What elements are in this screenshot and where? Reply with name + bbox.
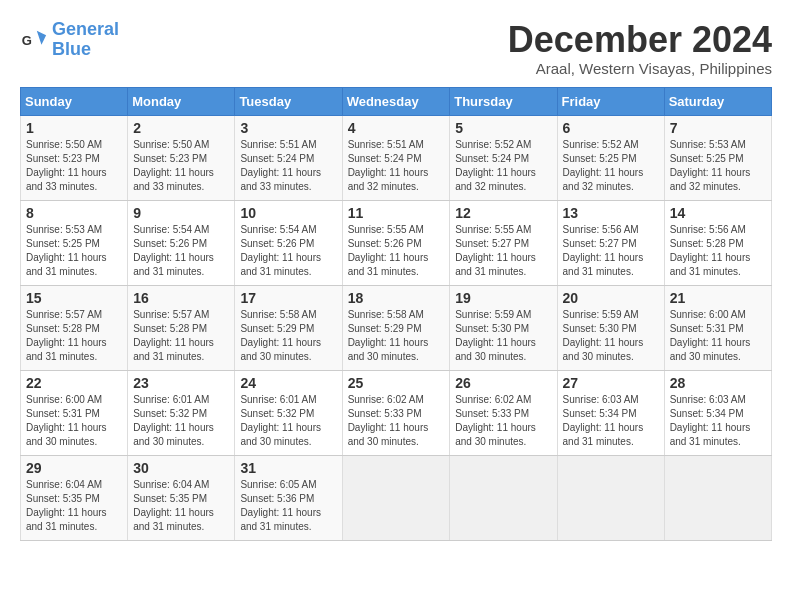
day-info: Sunrise: 5:54 AM Sunset: 5:26 PM Dayligh… xyxy=(240,223,336,279)
calendar-cell: 12 Sunrise: 5:55 AM Sunset: 5:27 PM Dayl… xyxy=(450,200,557,285)
day-number: 21 xyxy=(670,290,766,306)
day-number: 24 xyxy=(240,375,336,391)
week-row-3: 15 Sunrise: 5:57 AM Sunset: 5:28 PM Dayl… xyxy=(21,285,772,370)
day-info: Sunrise: 6:03 AM Sunset: 5:34 PM Dayligh… xyxy=(563,393,659,449)
logo-line1: General xyxy=(52,19,119,39)
calendar-table: SundayMondayTuesdayWednesdayThursdayFrid… xyxy=(20,87,772,541)
day-info: Sunrise: 5:55 AM Sunset: 5:27 PM Dayligh… xyxy=(455,223,551,279)
day-info: Sunrise: 6:01 AM Sunset: 5:32 PM Dayligh… xyxy=(133,393,229,449)
day-number: 26 xyxy=(455,375,551,391)
weekday-header-friday: Friday xyxy=(557,87,664,115)
day-info: Sunrise: 5:57 AM Sunset: 5:28 PM Dayligh… xyxy=(26,308,122,364)
calendar-cell: 21 Sunrise: 6:00 AM Sunset: 5:31 PM Dayl… xyxy=(664,285,771,370)
week-row-5: 29 Sunrise: 6:04 AM Sunset: 5:35 PM Dayl… xyxy=(21,455,772,540)
day-number: 31 xyxy=(240,460,336,476)
day-number: 20 xyxy=(563,290,659,306)
day-number: 9 xyxy=(133,205,229,221)
calendar-cell: 27 Sunrise: 6:03 AM Sunset: 5:34 PM Dayl… xyxy=(557,370,664,455)
day-info: Sunrise: 5:55 AM Sunset: 5:26 PM Dayligh… xyxy=(348,223,445,279)
day-info: Sunrise: 5:58 AM Sunset: 5:29 PM Dayligh… xyxy=(240,308,336,364)
title-block: December 2024 Araal, Western Visayas, Ph… xyxy=(508,20,772,77)
day-info: Sunrise: 5:59 AM Sunset: 5:30 PM Dayligh… xyxy=(563,308,659,364)
day-info: Sunrise: 6:04 AM Sunset: 5:35 PM Dayligh… xyxy=(133,478,229,534)
weekday-header-thursday: Thursday xyxy=(450,87,557,115)
day-number: 18 xyxy=(348,290,445,306)
day-number: 25 xyxy=(348,375,445,391)
day-info: Sunrise: 5:56 AM Sunset: 5:28 PM Dayligh… xyxy=(670,223,766,279)
calendar-cell: 4 Sunrise: 5:51 AM Sunset: 5:24 PM Dayli… xyxy=(342,115,450,200)
calendar-cell: 10 Sunrise: 5:54 AM Sunset: 5:26 PM Dayl… xyxy=(235,200,342,285)
calendar-cell: 16 Sunrise: 5:57 AM Sunset: 5:28 PM Dayl… xyxy=(128,285,235,370)
day-number: 1 xyxy=(26,120,122,136)
calendar-cell: 3 Sunrise: 5:51 AM Sunset: 5:24 PM Dayli… xyxy=(235,115,342,200)
day-info: Sunrise: 5:54 AM Sunset: 5:26 PM Dayligh… xyxy=(133,223,229,279)
day-info: Sunrise: 5:59 AM Sunset: 5:30 PM Dayligh… xyxy=(455,308,551,364)
calendar-cell xyxy=(342,455,450,540)
day-number: 28 xyxy=(670,375,766,391)
day-number: 16 xyxy=(133,290,229,306)
calendar-cell xyxy=(557,455,664,540)
svg-marker-1 xyxy=(37,30,46,44)
calendar-cell: 19 Sunrise: 5:59 AM Sunset: 5:30 PM Dayl… xyxy=(450,285,557,370)
day-number: 27 xyxy=(563,375,659,391)
day-number: 13 xyxy=(563,205,659,221)
day-info: Sunrise: 6:01 AM Sunset: 5:32 PM Dayligh… xyxy=(240,393,336,449)
day-info: Sunrise: 5:53 AM Sunset: 5:25 PM Dayligh… xyxy=(26,223,122,279)
calendar-cell: 8 Sunrise: 5:53 AM Sunset: 5:25 PM Dayli… xyxy=(21,200,128,285)
day-info: Sunrise: 6:03 AM Sunset: 5:34 PM Dayligh… xyxy=(670,393,766,449)
day-info: Sunrise: 6:00 AM Sunset: 5:31 PM Dayligh… xyxy=(26,393,122,449)
week-row-2: 8 Sunrise: 5:53 AM Sunset: 5:25 PM Dayli… xyxy=(21,200,772,285)
weekday-header-sunday: Sunday xyxy=(21,87,128,115)
weekday-header-row: SundayMondayTuesdayWednesdayThursdayFrid… xyxy=(21,87,772,115)
day-info: Sunrise: 6:00 AM Sunset: 5:31 PM Dayligh… xyxy=(670,308,766,364)
weekday-header-wednesday: Wednesday xyxy=(342,87,450,115)
day-info: Sunrise: 6:04 AM Sunset: 5:35 PM Dayligh… xyxy=(26,478,122,534)
day-info: Sunrise: 5:58 AM Sunset: 5:29 PM Dayligh… xyxy=(348,308,445,364)
day-number: 7 xyxy=(670,120,766,136)
day-number: 10 xyxy=(240,205,336,221)
day-number: 14 xyxy=(670,205,766,221)
weekday-header-saturday: Saturday xyxy=(664,87,771,115)
logo: G General Blue xyxy=(20,20,119,60)
day-number: 30 xyxy=(133,460,229,476)
day-info: Sunrise: 5:50 AM Sunset: 5:23 PM Dayligh… xyxy=(133,138,229,194)
day-number: 23 xyxy=(133,375,229,391)
calendar-cell: 5 Sunrise: 5:52 AM Sunset: 5:24 PM Dayli… xyxy=(450,115,557,200)
calendar-cell xyxy=(450,455,557,540)
calendar-cell: 20 Sunrise: 5:59 AM Sunset: 5:30 PM Dayl… xyxy=(557,285,664,370)
day-info: Sunrise: 5:56 AM Sunset: 5:27 PM Dayligh… xyxy=(563,223,659,279)
day-number: 6 xyxy=(563,120,659,136)
calendar-cell: 1 Sunrise: 5:50 AM Sunset: 5:23 PM Dayli… xyxy=(21,115,128,200)
svg-text:G: G xyxy=(22,32,32,47)
week-row-4: 22 Sunrise: 6:00 AM Sunset: 5:31 PM Dayl… xyxy=(21,370,772,455)
calendar-cell: 24 Sunrise: 6:01 AM Sunset: 5:32 PM Dayl… xyxy=(235,370,342,455)
week-row-1: 1 Sunrise: 5:50 AM Sunset: 5:23 PM Dayli… xyxy=(21,115,772,200)
calendar-cell: 28 Sunrise: 6:03 AM Sunset: 5:34 PM Dayl… xyxy=(664,370,771,455)
day-info: Sunrise: 6:05 AM Sunset: 5:36 PM Dayligh… xyxy=(240,478,336,534)
calendar-cell: 2 Sunrise: 5:50 AM Sunset: 5:23 PM Dayli… xyxy=(128,115,235,200)
calendar-cell: 18 Sunrise: 5:58 AM Sunset: 5:29 PM Dayl… xyxy=(342,285,450,370)
calendar-cell: 9 Sunrise: 5:54 AM Sunset: 5:26 PM Dayli… xyxy=(128,200,235,285)
weekday-header-tuesday: Tuesday xyxy=(235,87,342,115)
day-info: Sunrise: 5:53 AM Sunset: 5:25 PM Dayligh… xyxy=(670,138,766,194)
day-number: 22 xyxy=(26,375,122,391)
calendar-cell: 30 Sunrise: 6:04 AM Sunset: 5:35 PM Dayl… xyxy=(128,455,235,540)
day-info: Sunrise: 5:52 AM Sunset: 5:24 PM Dayligh… xyxy=(455,138,551,194)
logo-line2: Blue xyxy=(52,40,119,60)
location-subtitle: Araal, Western Visayas, Philippines xyxy=(508,60,772,77)
day-info: Sunrise: 6:02 AM Sunset: 5:33 PM Dayligh… xyxy=(455,393,551,449)
day-number: 19 xyxy=(455,290,551,306)
calendar-cell: 14 Sunrise: 5:56 AM Sunset: 5:28 PM Dayl… xyxy=(664,200,771,285)
weekday-header-monday: Monday xyxy=(128,87,235,115)
day-number: 12 xyxy=(455,205,551,221)
day-number: 15 xyxy=(26,290,122,306)
calendar-cell: 25 Sunrise: 6:02 AM Sunset: 5:33 PM Dayl… xyxy=(342,370,450,455)
day-number: 29 xyxy=(26,460,122,476)
calendar-cell: 11 Sunrise: 5:55 AM Sunset: 5:26 PM Dayl… xyxy=(342,200,450,285)
day-info: Sunrise: 5:50 AM Sunset: 5:23 PM Dayligh… xyxy=(26,138,122,194)
page-header: G General Blue December 2024 Araal, West… xyxy=(20,20,772,77)
day-number: 2 xyxy=(133,120,229,136)
calendar-cell: 6 Sunrise: 5:52 AM Sunset: 5:25 PM Dayli… xyxy=(557,115,664,200)
day-info: Sunrise: 5:52 AM Sunset: 5:25 PM Dayligh… xyxy=(563,138,659,194)
day-number: 11 xyxy=(348,205,445,221)
